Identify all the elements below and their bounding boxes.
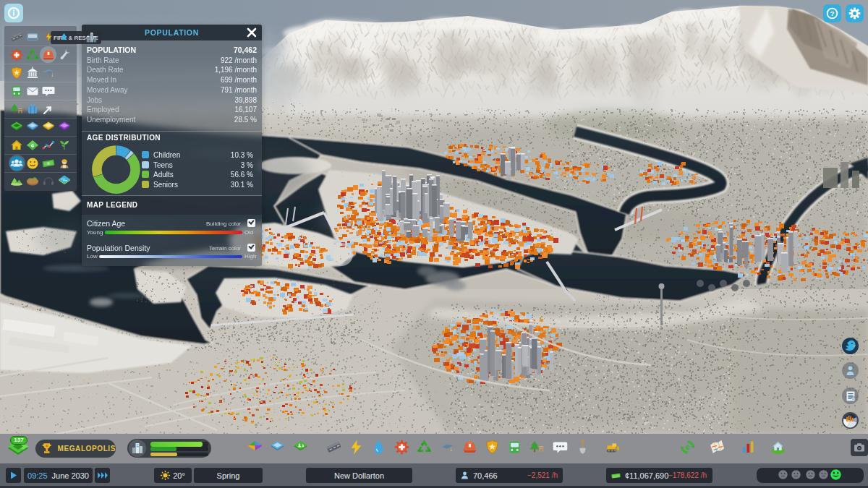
svg-text:¢: ¢: [31, 142, 35, 149]
svg-text:?: ?: [830, 9, 834, 17]
svg-text:¢: ¢: [685, 443, 690, 452]
